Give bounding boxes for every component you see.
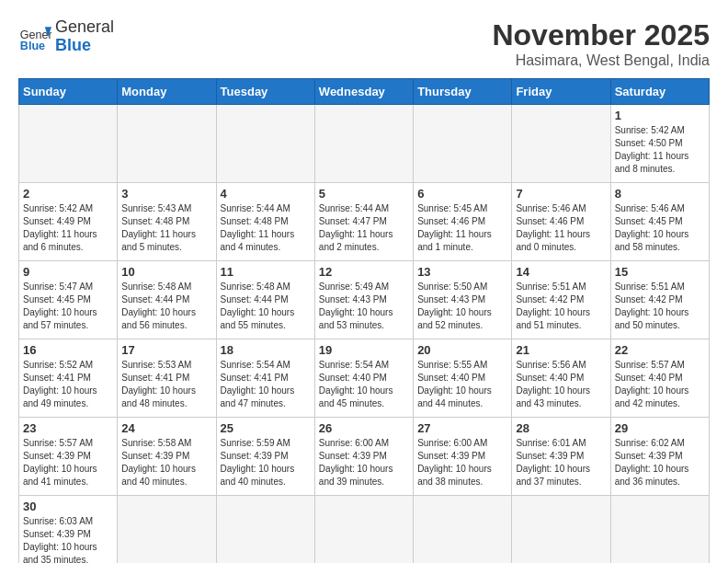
day-info: Sunrise: 5:47 AM Sunset: 4:45 PM Dayligh…: [23, 281, 113, 332]
day-number: 22: [615, 343, 705, 357]
calendar: SundayMondayTuesdayWednesdayThursdayFrid…: [18, 78, 710, 563]
weekday-header: Monday: [118, 79, 216, 105]
day-number: 7: [516, 187, 606, 201]
day-info: Sunrise: 5:56 AM Sunset: 4:40 PM Dayligh…: [516, 359, 606, 410]
day-number: 24: [121, 421, 211, 435]
day-info: Sunrise: 5:51 AM Sunset: 4:42 PM Dayligh…: [516, 281, 606, 332]
calendar-cell: 1Sunrise: 5:42 AM Sunset: 4:50 PM Daylig…: [610, 105, 709, 183]
day-number: 17: [121, 343, 211, 357]
logo-text: General Blue: [55, 18, 114, 55]
calendar-cell: 12Sunrise: 5:49 AM Sunset: 4:43 PM Dayli…: [314, 261, 413, 339]
day-number: 18: [221, 343, 311, 357]
day-info: Sunrise: 5:42 AM Sunset: 4:49 PM Dayligh…: [23, 202, 113, 254]
calendar-cell: 5Sunrise: 5:44 AM Sunset: 4:47 PM Daylig…: [314, 183, 413, 261]
day-info: Sunrise: 5:57 AM Sunset: 4:39 PM Dayligh…: [23, 437, 113, 488]
day-number: 3: [121, 187, 211, 201]
calendar-cell: 2Sunrise: 5:42 AM Sunset: 4:49 PM Daylig…: [19, 183, 118, 261]
logo-icon: General Blue: [18, 20, 51, 53]
calendar-cell: 20Sunrise: 5:55 AM Sunset: 4:40 PM Dayli…: [414, 339, 512, 418]
calendar-cell: 6Sunrise: 5:45 AM Sunset: 4:46 PM Daylig…: [414, 183, 512, 261]
month-title: November 2025: [492, 18, 710, 52]
day-number: 25: [221, 421, 311, 435]
day-info: Sunrise: 5:43 AM Sunset: 4:48 PM Dayligh…: [121, 202, 211, 254]
logo-general: General: [55, 18, 114, 37]
title-section: November 2025 Hasimara, West Bengal, Ind…: [492, 18, 710, 69]
calendar-cell: [610, 496, 709, 564]
day-info: Sunrise: 5:45 AM Sunset: 4:46 PM Dayligh…: [417, 202, 507, 254]
calendar-cell: [414, 496, 512, 564]
day-number: 30: [23, 500, 113, 513]
day-number: 21: [516, 343, 606, 357]
day-info: Sunrise: 5:52 AM Sunset: 4:41 PM Dayligh…: [23, 359, 113, 410]
calendar-cell: 29Sunrise: 6:02 AM Sunset: 4:39 PM Dayli…: [610, 418, 709, 496]
day-number: 13: [417, 265, 507, 279]
weekday-header-row: SundayMondayTuesdayWednesdayThursdayFrid…: [19, 79, 710, 105]
day-number: 27: [417, 421, 507, 435]
day-info: Sunrise: 5:58 AM Sunset: 4:39 PM Dayligh…: [121, 437, 211, 488]
day-number: 4: [221, 187, 311, 201]
weekday-header: Saturday: [610, 79, 709, 105]
calendar-cell: 10Sunrise: 5:48 AM Sunset: 4:44 PM Dayli…: [118, 261, 216, 339]
calendar-cell: 25Sunrise: 5:59 AM Sunset: 4:39 PM Dayli…: [216, 418, 314, 496]
day-number: 5: [319, 187, 409, 201]
week-row: 30Sunrise: 6:03 AM Sunset: 4:39 PM Dayli…: [19, 496, 710, 564]
day-number: 10: [121, 265, 211, 279]
day-info: Sunrise: 5:48 AM Sunset: 4:44 PM Dayligh…: [121, 281, 211, 332]
calendar-cell: [314, 105, 413, 183]
day-info: Sunrise: 6:02 AM Sunset: 4:39 PM Dayligh…: [615, 437, 705, 488]
day-number: 16: [23, 343, 113, 357]
day-info: Sunrise: 5:48 AM Sunset: 4:44 PM Dayligh…: [221, 281, 311, 332]
calendar-cell: [512, 496, 610, 564]
day-info: Sunrise: 5:54 AM Sunset: 4:40 PM Dayligh…: [319, 359, 409, 410]
day-number: 6: [417, 187, 507, 201]
calendar-cell: 28Sunrise: 6:01 AM Sunset: 4:39 PM Dayli…: [512, 418, 610, 496]
calendar-cell: 21Sunrise: 5:56 AM Sunset: 4:40 PM Dayli…: [512, 339, 610, 418]
day-info: Sunrise: 5:55 AM Sunset: 4:40 PM Dayligh…: [417, 359, 507, 410]
weekday-header: Sunday: [19, 79, 118, 105]
calendar-cell: 26Sunrise: 6:00 AM Sunset: 4:39 PM Dayli…: [314, 418, 413, 496]
calendar-cell: 11Sunrise: 5:48 AM Sunset: 4:44 PM Dayli…: [216, 261, 314, 339]
week-row: 16Sunrise: 5:52 AM Sunset: 4:41 PM Dayli…: [19, 339, 710, 418]
week-row: 1Sunrise: 5:42 AM Sunset: 4:50 PM Daylig…: [19, 105, 710, 183]
calendar-cell: 27Sunrise: 6:00 AM Sunset: 4:39 PM Dayli…: [414, 418, 512, 496]
calendar-cell: [118, 105, 216, 183]
day-number: 2: [23, 187, 113, 201]
page-header: General Blue General Blue November 2025 …: [18, 18, 710, 69]
day-info: Sunrise: 5:42 AM Sunset: 4:50 PM Dayligh…: [615, 124, 705, 176]
calendar-cell: 14Sunrise: 5:51 AM Sunset: 4:42 PM Dayli…: [512, 261, 610, 339]
day-info: Sunrise: 6:00 AM Sunset: 4:39 PM Dayligh…: [417, 437, 507, 488]
weekday-header: Friday: [512, 79, 610, 105]
week-row: 23Sunrise: 5:57 AM Sunset: 4:39 PM Dayli…: [19, 418, 710, 496]
calendar-cell: 8Sunrise: 5:46 AM Sunset: 4:45 PM Daylig…: [610, 183, 709, 261]
calendar-cell: [118, 496, 216, 564]
calendar-cell: 9Sunrise: 5:47 AM Sunset: 4:45 PM Daylig…: [19, 261, 118, 339]
calendar-cell: 23Sunrise: 5:57 AM Sunset: 4:39 PM Dayli…: [19, 418, 118, 496]
day-info: Sunrise: 5:49 AM Sunset: 4:43 PM Dayligh…: [319, 281, 409, 332]
day-info: Sunrise: 5:46 AM Sunset: 4:45 PM Dayligh…: [615, 202, 705, 254]
calendar-cell: 13Sunrise: 5:50 AM Sunset: 4:43 PM Dayli…: [414, 261, 512, 339]
svg-text:Blue: Blue: [20, 40, 45, 52]
day-info: Sunrise: 5:57 AM Sunset: 4:40 PM Dayligh…: [615, 359, 705, 410]
day-info: Sunrise: 5:59 AM Sunset: 4:39 PM Dayligh…: [221, 437, 311, 488]
day-info: Sunrise: 5:53 AM Sunset: 4:41 PM Dayligh…: [121, 359, 211, 410]
weekday-header: Thursday: [414, 79, 512, 105]
calendar-cell: [414, 105, 512, 183]
day-number: 9: [23, 265, 113, 279]
day-info: Sunrise: 5:44 AM Sunset: 4:48 PM Dayligh…: [221, 202, 311, 254]
day-number: 19: [319, 343, 409, 357]
day-info: Sunrise: 5:44 AM Sunset: 4:47 PM Dayligh…: [319, 202, 409, 254]
day-number: 11: [221, 265, 311, 279]
day-number: 28: [516, 421, 606, 435]
weekday-header: Wednesday: [314, 79, 413, 105]
calendar-cell: 19Sunrise: 5:54 AM Sunset: 4:40 PM Dayli…: [314, 339, 413, 418]
day-number: 26: [319, 421, 409, 435]
calendar-cell: 22Sunrise: 5:57 AM Sunset: 4:40 PM Dayli…: [610, 339, 709, 418]
day-info: Sunrise: 5:46 AM Sunset: 4:46 PM Dayligh…: [516, 202, 606, 254]
week-row: 2Sunrise: 5:42 AM Sunset: 4:49 PM Daylig…: [19, 183, 710, 261]
logo: General Blue General Blue: [18, 18, 114, 55]
calendar-cell: [512, 105, 610, 183]
day-number: 1: [615, 109, 705, 122]
calendar-cell: [19, 105, 118, 183]
logo-blue: Blue: [55, 37, 114, 55]
calendar-cell: 15Sunrise: 5:51 AM Sunset: 4:42 PM Dayli…: [610, 261, 709, 339]
